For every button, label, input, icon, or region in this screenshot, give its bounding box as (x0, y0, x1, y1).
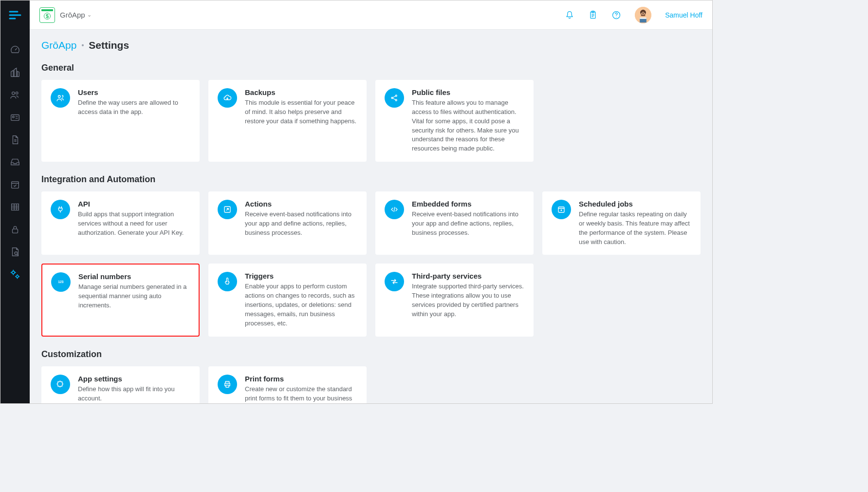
svg-rect-18 (641, 15, 646, 16)
card-desc: Receive event-based notifications into y… (245, 210, 357, 238)
print-icon (218, 375, 237, 394)
sidebar-item-users[interactable] (0, 84, 30, 106)
breadcrumb-page: Settings (89, 39, 129, 51)
svg-rect-16 (640, 18, 646, 19)
card-desc: Enable your apps to perform custom actio… (245, 282, 357, 328)
123-icon: 123 (51, 272, 71, 292)
card-title: Print forms (245, 375, 357, 383)
card-title: App settings (78, 375, 190, 383)
sidebar-item-calendar[interactable] (0, 174, 30, 195)
card-title: Users (78, 88, 190, 96)
card-desc: Manage serial numbers generated in a seq… (78, 283, 190, 310)
card-title: Backups (245, 88, 357, 96)
svg-point-9 (12, 271, 15, 274)
sidebar (0, 0, 30, 403)
external-icon (218, 200, 237, 219)
sidebar-item-id-card[interactable] (0, 107, 30, 128)
card-title: Third-party services (412, 272, 524, 280)
card-scheduled-jobs[interactable]: Scheduled jobs Define regular tasks repe… (542, 191, 701, 255)
sidebar-item-settings[interactable] (0, 264, 30, 285)
pointer-icon (218, 272, 237, 291)
card-third-party-services[interactable]: Third-party services Integrate supported… (375, 264, 534, 336)
share-icon (385, 88, 404, 108)
notifications-icon[interactable] (565, 10, 574, 20)
card-title: Serial numbers (78, 272, 190, 281)
svg-point-26 (561, 209, 562, 211)
card-desc: Receive event-based notifications into y… (412, 210, 524, 238)
section-customization: Customization App settings Define how th… (41, 349, 701, 403)
users-icon (51, 88, 70, 108)
section-title-general: General (41, 63, 701, 73)
app-icon: $ (39, 7, 55, 23)
card-desc: Define regular tasks repeating on daily … (579, 210, 691, 246)
card-embedded-forms[interactable]: Embedded forms Receive event-based notif… (375, 191, 534, 255)
swap-icon (385, 272, 404, 291)
card-desc: Create new or customize the standard pri… (245, 385, 357, 403)
card-triggers[interactable]: Triggers Enable your apps to perform cus… (208, 264, 367, 336)
section-title-integration: Integration and Automation (41, 174, 701, 185)
content-area: GrōApp • Settings General Users Define t… (30, 30, 712, 403)
breadcrumb-app[interactable]: GrōApp (41, 39, 76, 51)
sidebar-item-document[interactable] (0, 129, 30, 151)
sidebar-item-dashboard[interactable] (0, 39, 30, 61)
card-users[interactable]: Users Define the way users are allowed t… (41, 80, 200, 162)
card-serial-numbers[interactable]: 123 Serial numbers Manage serial numbers… (41, 264, 200, 336)
card-title: Scheduled jobs (579, 200, 691, 208)
card-desc: Define the way users are allowed to acce… (78, 98, 190, 117)
svg-point-10 (16, 275, 18, 278)
section-integration: Integration and Automation API Build app… (41, 174, 701, 337)
calendar-dot-icon (552, 200, 571, 219)
cloud-down-icon (218, 88, 237, 108)
user-name-link[interactable]: Samuel Hoff (665, 11, 702, 19)
card-title: Triggers (245, 272, 357, 280)
plug-icon (51, 200, 70, 219)
section-title-customization: Customization (41, 349, 701, 360)
section-general: General Users Define the way users are a… (41, 63, 701, 162)
puzzle-icon (51, 375, 70, 394)
sidebar-item-lock[interactable] (0, 219, 30, 240)
card-title: API (78, 200, 190, 208)
card-api[interactable]: API Build apps that support integration … (41, 191, 200, 255)
card-title: Actions (245, 200, 357, 208)
card-desc: Build apps that support integration serv… (78, 210, 190, 238)
sidebar-item-buildings[interactable] (0, 62, 30, 83)
menu-toggle-icon[interactable] (0, 0, 30, 30)
card-title: Public files (412, 88, 524, 96)
card-public-files[interactable]: Public files This feature allows you to … (375, 80, 534, 162)
card-print-forms[interactable]: Print forms Create new or customize the … (208, 366, 367, 403)
breadcrumb-separator: • (81, 41, 84, 49)
code-icon (385, 200, 404, 219)
card-title: Embedded forms (412, 200, 524, 208)
chevron-down-icon: ⌄ (87, 12, 92, 18)
card-desc: Integrate supported third-party services… (412, 282, 524, 319)
card-desc: This feature allows you to manage access… (412, 98, 524, 153)
breadcrumb: GrōApp • Settings (41, 39, 701, 51)
card-backups[interactable]: Backups This module is essential for you… (208, 80, 367, 162)
card-desc: This module is essential for your peace … (245, 98, 357, 126)
card-desc: Define how this app will fit into you ac… (78, 385, 190, 403)
app-selector-name: GrōApp (60, 11, 85, 19)
card-actions[interactable]: Actions Receive event-based notification… (208, 191, 367, 255)
svg-rect-5 (12, 182, 19, 189)
sidebar-item-inbox[interactable] (0, 151, 30, 173)
clipboard-icon[interactable] (588, 10, 598, 20)
svg-point-4 (13, 116, 15, 118)
user-avatar[interactable] (635, 7, 651, 23)
app-selector[interactable]: $ GrōApp⌄ (39, 7, 92, 23)
help-icon[interactable] (611, 10, 621, 20)
card-app-settings[interactable]: App settings Define how this app will fi… (41, 366, 200, 403)
svg-rect-7 (13, 229, 18, 233)
sidebar-item-table[interactable] (0, 196, 30, 218)
svg-rect-6 (12, 204, 19, 210)
sidebar-item-reports[interactable] (0, 241, 30, 263)
topbar: $ GrōApp⌄ Samuel Hoff (30, 0, 712, 30)
svg-text:123: 123 (58, 281, 64, 284)
